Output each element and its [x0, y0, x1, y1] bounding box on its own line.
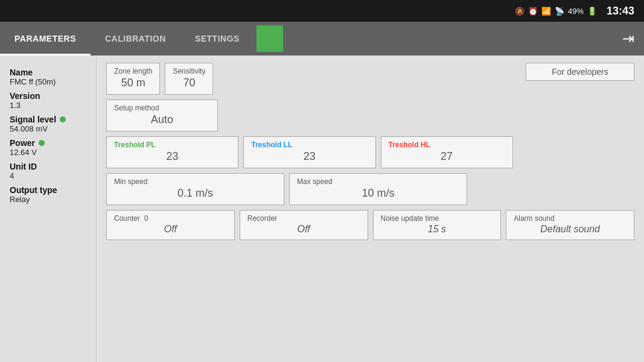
- zone-length-card[interactable]: Zone length 50 m: [106, 63, 160, 95]
- row-4: Min speed 0.1 m/s Max speed 10 m/s: [106, 173, 634, 205]
- signal-label: Signal level: [10, 115, 86, 124]
- threshold-hl-value: 27: [389, 150, 505, 163]
- alarm-icon: ⏰: [528, 7, 538, 16]
- noise-update-value: 15 s: [381, 224, 494, 235]
- recorder-card[interactable]: Recorder Off: [240, 210, 368, 240]
- green-indicator: [257, 25, 283, 52]
- signal-dot: [60, 116, 66, 122]
- threshold-ll-value: 23: [251, 150, 368, 163]
- output-type-value: Relay: [10, 195, 86, 204]
- exit-button[interactable]: ⇥: [622, 30, 634, 47]
- signal-icon: 📡: [555, 7, 564, 16]
- name-label: Name: [10, 68, 86, 77]
- tab-parameters[interactable]: PARAMETERS: [0, 22, 91, 56]
- threshold-pl-label: Treshold PL: [114, 141, 231, 149]
- threshold-ll-card[interactable]: Treshold LL 23: [243, 136, 375, 168]
- output-type-label: Output type: [10, 185, 86, 195]
- bluetooth-mute-icon: 🔕: [515, 7, 524, 16]
- threshold-pl-card[interactable]: Treshold PL 23: [106, 136, 238, 168]
- right-panel: Zone length 50 m Sensitivity 70 For deve…: [97, 56, 644, 362]
- counter-value: Off: [114, 224, 227, 235]
- power-value: 12.64 V: [10, 148, 86, 157]
- status-bar: 🔕 ⏰ 📶 📡 49% 🔋 13:43: [0, 0, 644, 22]
- battery-icon: 🔋: [587, 7, 597, 16]
- unit-id-value: 4: [10, 171, 86, 180]
- row-1: Zone length 50 m Sensitivity 70 For deve…: [106, 63, 634, 95]
- noise-update-card[interactable]: Noise update time 15 s: [373, 210, 502, 240]
- threshold-pl-value: 23: [114, 150, 231, 163]
- threshold-ll-label: Treshold LL: [251, 141, 368, 149]
- left-panel: Name FMC ff (50m) Version 1.3 Signal lev…: [0, 56, 97, 362]
- max-speed-value: 10 m/s: [297, 187, 459, 200]
- row-1-right: For developers: [526, 63, 634, 95]
- alarm-sound-value: Default sound: [514, 224, 626, 235]
- min-speed-label: Min speed: [114, 177, 276, 186]
- tab-bar: PARAMETERS CALIBRATION SETTINGS ⇥: [0, 22, 644, 56]
- recorder-label: Recorder: [247, 214, 360, 223]
- main-content: Name FMC ff (50m) Version 1.3 Signal lev…: [0, 56, 644, 362]
- counter-card[interactable]: Counter 0 Off: [106, 210, 235, 240]
- counter-label: Counter 0: [114, 214, 227, 223]
- battery-label: 49%: [568, 7, 584, 16]
- signal-value: 54.008 mV: [10, 124, 86, 133]
- sensitivity-value: 70: [173, 77, 205, 89]
- version-label: Version: [10, 91, 86, 101]
- tab-settings[interactable]: SETTINGS: [180, 22, 254, 56]
- row-1-left: Zone length 50 m Sensitivity 70: [106, 63, 521, 95]
- wifi-icon: 📶: [541, 7, 551, 16]
- row-5: Counter 0 Off Recorder Off Noise update …: [106, 210, 634, 240]
- threshold-hl-label: Treshold HL: [389, 141, 505, 149]
- name-value: FMC ff (50m): [10, 77, 86, 86]
- unit-id-label: Unit ID: [10, 162, 86, 171]
- version-value: 1.3: [10, 101, 86, 110]
- zone-length-value: 50 m: [114, 77, 152, 89]
- row-2: Setup method Auto: [106, 100, 634, 132]
- min-speed-value: 0.1 m/s: [114, 187, 276, 200]
- noise-update-label: Noise update time: [381, 214, 494, 223]
- status-time: 13:43: [607, 5, 634, 17]
- max-speed-label: Max speed: [297, 177, 459, 186]
- tab-calibration[interactable]: CALIBRATION: [91, 22, 180, 56]
- setup-method-label: Setup method: [114, 104, 210, 112]
- for-developers-button[interactable]: For developers: [526, 63, 634, 81]
- power-dot: [39, 140, 45, 146]
- alarm-sound-label: Alarm sound: [514, 214, 626, 223]
- status-icons: 🔕 ⏰ 📶 📡 49% 🔋: [515, 7, 597, 16]
- alarm-sound-card[interactable]: Alarm sound Default sound: [506, 210, 634, 240]
- row-3: Treshold PL 23 Treshold LL 23 Treshold H…: [106, 136, 634, 168]
- threshold-hl-card[interactable]: Treshold HL 27: [381, 136, 513, 168]
- setup-method-card[interactable]: Setup method Auto: [106, 100, 218, 132]
- recorder-value: Off: [247, 224, 360, 235]
- zone-length-label: Zone length: [114, 67, 152, 75]
- min-speed-card[interactable]: Min speed 0.1 m/s: [106, 173, 284, 205]
- sensitivity-label: Sensitivity: [173, 67, 205, 75]
- setup-method-value: Auto: [114, 113, 210, 126]
- power-label: Power: [10, 138, 86, 148]
- max-speed-card[interactable]: Max speed 10 m/s: [289, 173, 467, 205]
- sensitivity-card[interactable]: Sensitivity 70: [165, 63, 213, 95]
